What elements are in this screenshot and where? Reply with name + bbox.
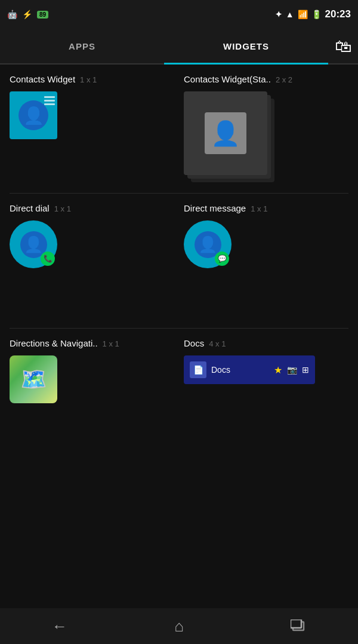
widget-cell-direct-dial: Direct dial 1 x 1 👤 📞 [5,194,179,280]
contacts-stack-size: 2 x 2 [276,75,292,84]
battery-icon: 🔋 [311,10,322,19]
widget-cell-direct-message: Direct message 1 x 1 👤 💬 [179,194,353,280]
direct-message-preview[interactable]: 👤 💬 [184,220,232,268]
status-bar: 🤖 ⚡ 89 ✦ ▲ 📶 🔋 20:23 [0,0,358,29]
status-time: 20:23 [325,8,351,20]
docs-widget-label: Docs [211,365,269,375]
status-right-icons: ✦ ▲ 📶 🔋 20:23 [275,8,351,20]
widget-cell-contacts-2x2: Contacts Widget(Sta.. 2 x 2 👤 [179,65,353,193]
usb-icon: ⚡ [22,10,32,19]
battery-percent: 89 [37,11,48,19]
wifi-icon: ▲ [286,10,294,19]
back-icon: ← [52,617,67,636]
directions-name: Directions & Navigati.. [10,338,98,348]
contacts-widget-name: Contacts Widget [10,74,75,84]
message-badge: 💬 [215,252,229,266]
dial-person-icon: 👤 [24,235,43,254]
direct-message-size: 1 x 1 [251,204,267,213]
status-left-icons: 🤖 ⚡ 89 [7,10,48,19]
stack-card-front: 👤 [184,91,267,175]
docs-camera-icon: 📷 [287,365,297,375]
widget-list: Contacts Widget 1 x 1 👤 Contacts Widget(… [0,65,358,608]
direct-message-name: Direct message [184,203,246,213]
docs-grid-icon: ⊞ [302,365,309,375]
contacts-stack-name: Contacts Widget(Sta.. [184,74,271,84]
card-line-2 [44,100,55,102]
home-icon: ⌂ [174,617,184,636]
stack-avatar-icon: 👤 [211,119,240,148]
spacer-row [5,280,353,328]
avatar-icon: 👤 [23,106,44,125]
widget-cell-directions: Directions & Navigati.. 1 x 1 🗺️ [5,329,179,415]
card-line-1 [44,96,55,98]
tab-apps[interactable]: APPS [0,29,164,63]
docs-name: Docs [184,338,204,348]
bottom-nav: ← ⌂ [0,608,358,644]
tab-bar: APPS WIDGETS 🛍 [0,29,358,65]
docs-size: 4 x 1 [209,339,226,348]
android-icon: 🤖 [7,10,17,19]
stack-avatar: 👤 [205,112,246,154]
bluetooth-icon: ✦ [275,10,282,19]
nav-recents-button[interactable] [239,620,358,633]
nav-home-button[interactable]: ⌂ [119,617,239,636]
widget-grid: Contacts Widget 1 x 1 👤 Contacts Widget(… [5,65,353,415]
widget-cell-docs: Docs 4 x 1 📄 Docs ★ 📷 ⊞ [179,329,353,415]
directions-size: 1 x 1 [103,339,119,348]
tab-widgets[interactable]: WIDGETS [164,29,328,63]
phone-icon: 📞 [44,254,53,263]
tab-bag-button[interactable]: 🛍 [328,29,358,63]
map-icon: 🗺️ [20,367,47,392]
recents-icon [291,620,306,633]
docs-file-icon: 📄 [193,365,203,375]
svg-rect-1 [291,620,301,628]
widget-cell-contacts-1x1: Contacts Widget 1 x 1 👤 [5,65,179,193]
direct-dial-preview[interactable]: 👤 📞 [10,220,57,268]
phone-badge: 📞 [41,252,55,266]
docs-star-icon: ★ [274,364,282,376]
contact-card-lines [44,96,55,105]
direct-dial-size: 1 x 1 [54,204,71,213]
docs-preview[interactable]: 📄 Docs ★ 📷 ⊞ [184,355,315,384]
nav-back-button[interactable]: ← [0,617,119,636]
direct-dial-name: Direct dial [10,203,50,213]
directions-preview[interactable]: 🗺️ [10,355,57,403]
message-icon: 💬 [218,254,227,263]
msg-person-icon: 👤 [198,235,217,254]
signal-icon: 📶 [298,10,308,19]
docs-icon-wrap: 📄 [190,361,206,378]
contacts-widget-1x1-preview[interactable]: 👤 [10,91,57,139]
contacts-widget-2x2-preview[interactable]: 👤 [184,91,273,181]
card-line-3 [44,103,55,105]
contacts-widget-size: 1 x 1 [80,75,97,84]
bag-icon: 🛍 [335,36,351,56]
